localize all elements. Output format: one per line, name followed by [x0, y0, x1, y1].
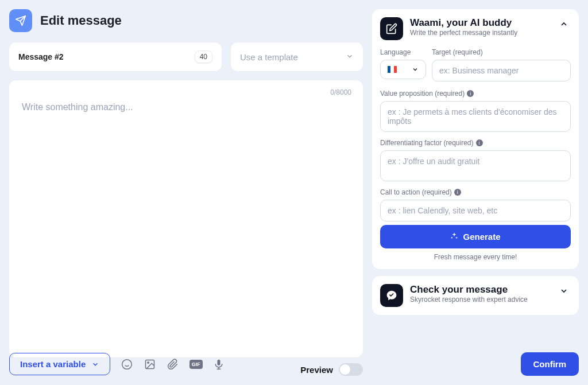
template-placeholder: Use a template — [240, 52, 298, 62]
check-panel-title: Check your message — [410, 284, 550, 295]
attachment-icon[interactable] — [167, 358, 179, 371]
insert-variable-button[interactable]: Insert a variable — [9, 353, 110, 375]
svg-point-6 — [148, 361, 149, 363]
ai-panel-subtitle: Write the perfect message instantly — [410, 29, 550, 37]
message-editor[interactable]: 0/8000 Write something amazing... — [9, 80, 363, 357]
diff-label: Differentiating factor (required) i — [380, 139, 571, 147]
delay-badge: 40 — [195, 50, 212, 63]
confirm-button[interactable]: Confirm — [521, 352, 579, 376]
message-name-chip[interactable]: Message #2 40 — [9, 42, 222, 71]
char-count: 0/8000 — [330, 88, 351, 96]
chevron-up-icon[interactable] — [557, 17, 571, 33]
chevron-down-icon — [91, 360, 99, 368]
template-select[interactable]: Use a template — [231, 42, 363, 71]
flag-fr-icon — [388, 66, 397, 73]
send-icon — [9, 9, 32, 32]
value-prop-input[interactable] — [380, 101, 571, 132]
image-icon[interactable] — [144, 358, 156, 371]
edit-icon — [380, 17, 403, 40]
check-panel-subtitle: Skyrocket response with expert advice — [410, 295, 550, 304]
chevron-down-icon — [412, 66, 419, 73]
chevron-down-icon — [346, 52, 354, 62]
language-label: Language — [380, 48, 426, 56]
ai-panel-title: Waami, your AI buddy — [410, 17, 550, 29]
target-label: Target (required) — [432, 48, 571, 56]
gif-icon[interactable]: GIF — [189, 358, 202, 371]
cta-input[interactable] — [380, 200, 571, 221]
microphone-icon[interactable] — [212, 358, 225, 371]
emoji-icon[interactable] — [121, 358, 133, 371]
cta-label: Call to action (required) i — [380, 188, 571, 196]
sparkle-icon — [450, 232, 458, 242]
message-name-label: Message #2 — [18, 52, 64, 61]
page-title: Edit message — [40, 13, 122, 28]
check-chat-icon — [380, 284, 403, 307]
check-message-panel[interactable]: Check your message Skyrocket response wi… — [372, 276, 579, 315]
ai-buddy-panel: Waami, your AI buddy Write the perfect m… — [372, 9, 579, 269]
value-prop-label: Value proposition (required) i — [380, 90, 571, 98]
svg-point-2 — [122, 359, 132, 369]
info-icon[interactable]: i — [476, 139, 483, 146]
info-icon[interactable]: i — [467, 90, 474, 97]
info-icon[interactable]: i — [454, 189, 461, 196]
chevron-down-icon[interactable] — [557, 284, 571, 300]
generate-button[interactable]: Generate — [380, 225, 571, 248]
fresh-hint: Fresh message every time! — [380, 253, 571, 261]
page-header: Edit message — [9, 9, 363, 32]
language-select[interactable] — [380, 60, 426, 79]
diff-input[interactable] — [380, 150, 571, 181]
target-input[interactable] — [432, 60, 571, 81]
editor-placeholder: Write something amazing... — [22, 102, 350, 112]
